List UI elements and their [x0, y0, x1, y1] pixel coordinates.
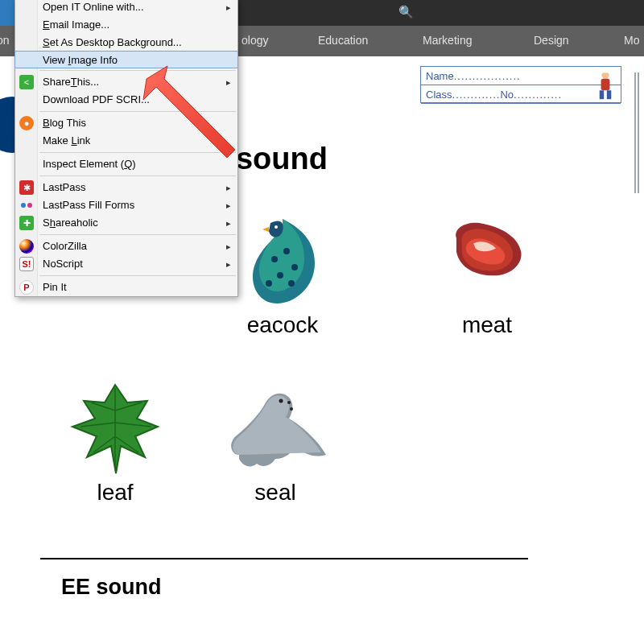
- nav-item-education[interactable]: Education: [318, 34, 368, 47]
- context-menu-item[interactable]: View Image Info: [14, 51, 238, 68]
- context-menu-item[interactable]: Download PDF SCRI...: [15, 91, 237, 109]
- lastpass-fill-icon: [19, 198, 34, 213]
- context-menu[interactable]: Open IT Online with...Email Image...Set …: [14, 0, 238, 297]
- context-menu-item[interactable]: Shareaholic✚: [15, 214, 237, 232]
- context-menu-item[interactable]: Set As Desktop Background...: [15, 34, 237, 52]
- shareaholic-icon: ✚: [19, 216, 34, 230]
- svg-point-5: [271, 256, 278, 262]
- svg-rect-2: [600, 90, 604, 99]
- leaf-caption: leaf: [47, 480, 184, 506]
- context-menu-item[interactable]: ColorZilla: [15, 237, 237, 255]
- leaf-image: [63, 378, 167, 475]
- context-menu-item[interactable]: ShareThis...<: [15, 73, 237, 91]
- worksheet-item-leaf: leaf: [47, 378, 184, 506]
- context-menu-item[interactable]: LastPass✱: [15, 179, 237, 196]
- worksheet-item-peacock: eacock: [222, 211, 343, 338]
- seal-caption: seal: [203, 480, 348, 506]
- worksheet-item-seal: seal: [203, 378, 348, 506]
- blog-icon: ●: [19, 116, 34, 130]
- no-dots: .............: [514, 89, 562, 101]
- nav-item-ology[interactable]: ology: [242, 34, 268, 47]
- scrollbar-indicator[interactable]: [634, 72, 639, 193]
- context-menu-item[interactable]: Pin ItP: [15, 279, 237, 296]
- svg-rect-3: [607, 90, 611, 99]
- noscript-icon: S!: [19, 257, 34, 271]
- svg-point-9: [266, 280, 272, 287]
- peacock-image: [238, 211, 327, 308]
- svg-point-10: [288, 280, 295, 287]
- subheading-ee-sound: EE sound: [61, 575, 162, 600]
- peacock-caption: eacock: [222, 312, 343, 338]
- context-menu-item[interactable]: Make Link: [15, 132, 237, 150]
- context-menu-item[interactable]: Blog This●: [15, 114, 237, 132]
- nav-item-design[interactable]: Design: [534, 34, 569, 47]
- nav-item-marketing[interactable]: Marketing: [423, 34, 472, 47]
- meat-image: [443, 211, 531, 308]
- context-menu-item[interactable]: Inspect Element (Q): [15, 155, 237, 173]
- colorzilla-icon: [19, 239, 34, 254]
- svg-point-12: [279, 399, 283, 403]
- name-label: Name: [426, 70, 454, 82]
- context-menu-separator: [39, 275, 236, 276]
- context-menu-separator: [39, 152, 236, 153]
- meat-caption: meat: [427, 312, 547, 338]
- seal-image: [215, 378, 336, 475]
- search-icon[interactable]: 🔍: [398, 5, 414, 19]
- student-clipart-icon: [593, 68, 617, 101]
- worksheet-item-meat: meat: [427, 211, 547, 338]
- context-menu-separator: [39, 234, 236, 235]
- class-dots: .............: [452, 89, 501, 101]
- context-menu-item[interactable]: Email Image...: [15, 16, 237, 34]
- nav-item-partial-left[interactable]: on: [0, 34, 10, 47]
- context-menu-item[interactable]: LastPass Fill Forms: [15, 196, 237, 214]
- context-menu-item[interactable]: Open IT Online with...: [15, 0, 237, 16]
- share-icon: <: [19, 75, 34, 89]
- context-menu-separator: [39, 111, 236, 112]
- svg-point-16: [27, 203, 32, 208]
- svg-rect-4: [601, 70, 609, 73]
- svg-point-7: [291, 264, 298, 270]
- nav-item-partial-right[interactable]: Mo: [624, 34, 639, 47]
- svg-rect-1: [601, 79, 610, 91]
- context-menu-separator: [39, 70, 236, 71]
- class-label: Class: [426, 89, 452, 101]
- lastpass-icon: ✱: [19, 180, 34, 195]
- svg-point-6: [283, 248, 290, 254]
- logo-sliver: [0, 0, 16, 26]
- pinterest-icon: P: [19, 280, 34, 295]
- context-menu-item[interactable]: NoScriptS!: [15, 255, 237, 273]
- svg-point-15: [21, 203, 26, 208]
- no-label: No: [500, 89, 514, 101]
- svg-point-8: [277, 272, 283, 279]
- context-menu-separator: [39, 175, 236, 176]
- svg-point-11: [275, 225, 278, 229]
- name-dots: ..................: [454, 70, 521, 82]
- student-info-box: Name .................. Class ..........…: [420, 66, 621, 103]
- svg-point-14: [290, 407, 293, 411]
- svg-point-13: [287, 401, 291, 404]
- divider-line: [40, 558, 528, 559]
